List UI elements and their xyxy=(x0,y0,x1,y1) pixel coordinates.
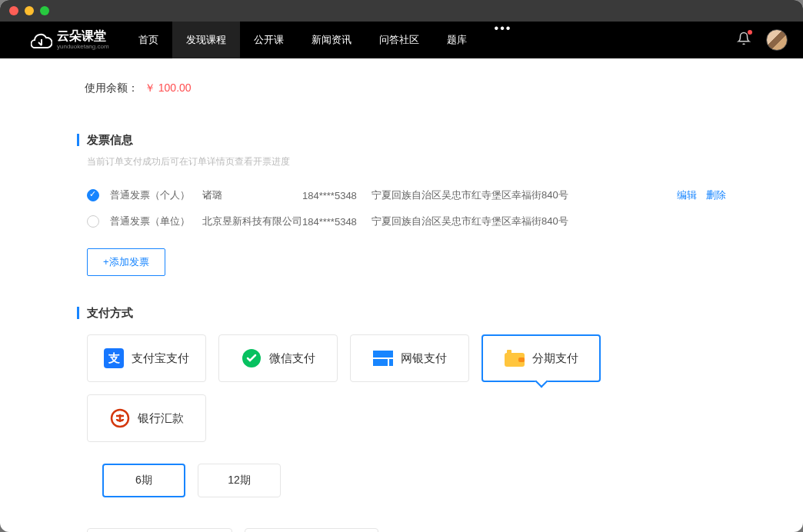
pay-label: 分期支付 xyxy=(532,351,578,366)
pay-bank[interactable]: 银行汇款 xyxy=(87,394,206,442)
installment-12[interactable]: 12期 xyxy=(198,464,281,497)
balance-label: 使用余额： xyxy=(85,81,138,94)
svg-rect-7 xyxy=(518,357,525,362)
pay-label: 微信支付 xyxy=(269,351,315,366)
balance-row: 使用余额： ￥ 100.00 xyxy=(77,58,726,118)
invoice-section-title: 发票信息 xyxy=(77,134,726,146)
invoice-section-subtitle: 当前订单支付成功后可在订单详情页查看开票进度 xyxy=(87,155,726,168)
transfer-wechat[interactable]: 微信个人转账 xyxy=(245,528,378,532)
notification-bell-icon[interactable] xyxy=(737,32,751,48)
payment-section: 支付方式 支 支付宝支付 微信支付 xyxy=(77,307,726,532)
app-window: 云朵课堂 yunduoketang.com 首页 发现课程 公开课 新闻资讯 问… xyxy=(0,0,803,532)
logo[interactable]: 云朵课堂 yunduoketang.com xyxy=(31,30,109,50)
invoice-address: 宁夏回族自治区吴忠市红寺堡区幸福街840号 xyxy=(372,214,726,228)
invoice-radio-checked[interactable] xyxy=(87,189,99,201)
unionpay-icon xyxy=(373,348,393,368)
installment-options: 6期 12期 xyxy=(102,464,726,497)
nav-question-bank[interactable]: 题库 xyxy=(433,22,481,58)
svg-rect-8 xyxy=(507,350,511,354)
alipay-icon: 支 xyxy=(104,348,124,368)
main-content: 使用余额： ￥ 100.00 发票信息 当前订单支付成功后可在订单详情页查看开票… xyxy=(0,58,803,532)
invoice-edit-link[interactable]: 编辑 xyxy=(677,189,697,201)
invoice-address: 宁夏回族自治区吴忠市红寺堡区幸福街840号 xyxy=(372,188,671,202)
invoice-phone: 184****5348 xyxy=(302,216,372,228)
balance-amount: ￥ 100.00 xyxy=(145,81,192,94)
bank-icon xyxy=(110,408,130,428)
top-navigation: 云朵课堂 yunduoketang.com 首页 发现课程 公开课 新闻资讯 问… xyxy=(0,22,803,58)
pay-label: 网银支付 xyxy=(401,351,447,366)
invoice-type: 普通发票（个人） xyxy=(110,188,202,202)
invoice-radio-unchecked[interactable] xyxy=(87,215,99,228)
pay-label: 支付宝支付 xyxy=(132,351,189,366)
installment-6[interactable]: 6期 xyxy=(102,464,185,497)
nav-qa[interactable]: 问答社区 xyxy=(365,22,433,58)
logo-subtitle: yunduoketang.com xyxy=(57,44,109,50)
user-avatar[interactable] xyxy=(766,29,788,51)
nav-open-class[interactable]: 公开课 xyxy=(240,22,298,58)
wallet-icon xyxy=(505,348,525,368)
nav-courses[interactable]: 发现课程 xyxy=(172,22,240,58)
pay-label: 银行汇款 xyxy=(138,411,184,426)
add-invoice-button[interactable]: +添加发票 xyxy=(87,248,165,276)
invoice-section: 发票信息 当前订单支付成功后可在订单详情页查看开票进度 普通发票（个人） 诸璐 … xyxy=(77,134,726,276)
pay-wechat[interactable]: 微信支付 xyxy=(218,334,338,382)
nav-news[interactable]: 新闻资讯 xyxy=(298,22,365,58)
logo-text: 云朵课堂 xyxy=(57,30,109,42)
invoice-row-company[interactable]: 普通发票（单位） 北京昱新科技有限公司 184****5348 宁夏回族自治区吴… xyxy=(77,208,726,234)
nav-more[interactable]: ••• xyxy=(481,22,526,58)
pay-alipay[interactable]: 支 支付宝支付 xyxy=(87,334,206,382)
invoice-type: 普通发票（单位） xyxy=(110,214,202,228)
window-maximize-button[interactable] xyxy=(40,6,49,15)
cloud-logo-icon xyxy=(31,32,52,48)
window-close-button[interactable] xyxy=(9,6,18,15)
invoice-row-personal[interactable]: 普通发票（个人） 诸璐 184****5348 宁夏回族自治区吴忠市红寺堡区幸福… xyxy=(77,182,726,208)
payment-methods-row: 支 支付宝支付 微信支付 网银支付 xyxy=(87,334,726,442)
pay-installment[interactable]: 分期支付 xyxy=(481,334,601,382)
window-minimize-button[interactable] xyxy=(25,6,34,15)
nav-items: 首页 发现课程 公开课 新闻资讯 问答社区 题库 ••• xyxy=(125,22,526,58)
invoice-phone: 184****5348 xyxy=(302,190,372,201)
svg-rect-5 xyxy=(389,359,393,366)
window-titlebar xyxy=(0,0,803,22)
svg-rect-4 xyxy=(373,359,388,366)
invoice-name: 北京昱新科技有限公司 xyxy=(202,214,302,228)
pay-unionpay[interactable]: 网银支付 xyxy=(350,334,469,382)
svg-text:支: 支 xyxy=(108,351,120,364)
invoice-delete-link[interactable]: 删除 xyxy=(706,189,726,201)
payment-section-title: 支付方式 xyxy=(77,307,726,319)
nav-home[interactable]: 首页 xyxy=(125,22,172,58)
notification-dot xyxy=(748,30,752,35)
invoice-name: 诸璐 xyxy=(202,188,302,202)
wechat-icon xyxy=(242,348,262,368)
transfer-alipay[interactable]: 支付宝个人转账 xyxy=(87,528,232,532)
transfer-options: 支付宝个人转账 微信个人转账 xyxy=(87,528,726,532)
svg-rect-3 xyxy=(373,351,393,357)
